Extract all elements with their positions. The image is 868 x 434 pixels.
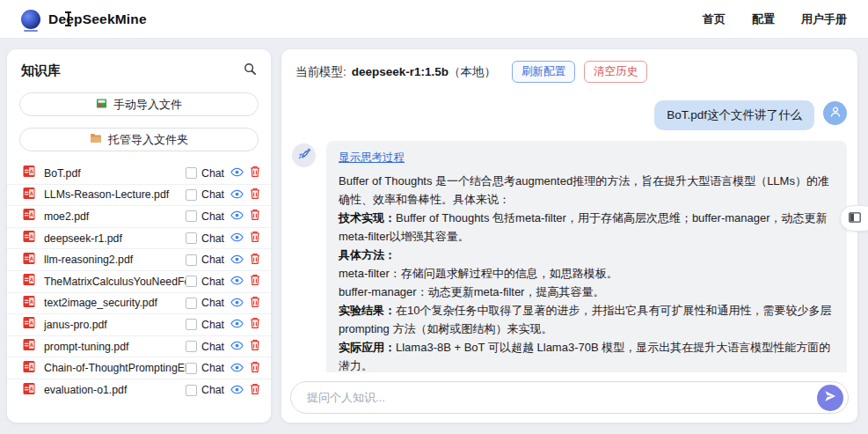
search-icon[interactable] xyxy=(244,63,257,79)
clear-history-button[interactable]: 清空历史 xyxy=(584,61,647,83)
view-file-button[interactable] xyxy=(230,188,244,202)
panel-toggle-icon xyxy=(849,210,861,226)
file-row[interactable]: TheMatrixCalculusYouNeedForDee....pdf Ch… xyxy=(7,271,271,293)
chat-input-bar xyxy=(281,372,857,423)
chat-checkbox-label: Chat xyxy=(201,254,224,266)
assistant-text-line: 实验结果：在10个复杂任务中取得了显著的进步，并指出它具有可扩展性和通用性，需要… xyxy=(339,301,835,338)
chat-checkbox-label: Chat xyxy=(201,362,224,374)
delete-file-button[interactable] xyxy=(250,296,260,311)
file-row[interactable]: text2image_security.pdf Chat xyxy=(7,293,271,315)
chat-checkbox[interactable] xyxy=(186,319,197,330)
chat-checkbox[interactable] xyxy=(186,189,197,201)
side-panel-toggle-button[interactable] xyxy=(840,205,868,232)
pdf-icon xyxy=(23,187,36,203)
chat-checkbox-label: Chat xyxy=(201,232,224,245)
delete-file-button[interactable] xyxy=(250,339,260,354)
model-label: 当前模型: xyxy=(295,64,346,80)
chat-checkbox-label: Chat xyxy=(201,276,224,288)
eye-icon xyxy=(230,232,244,245)
rocket-icon xyxy=(297,147,310,164)
file-name: text2image_security.pdf xyxy=(44,297,186,309)
eye-icon xyxy=(230,188,244,202)
file-row[interactable]: llm-reasoning2.pdf Chat xyxy=(7,249,271,271)
model-row: 当前模型: deepseek-r1:1.5b（本地） 刷新配置 清空历史 xyxy=(281,49,857,88)
file-row[interactable]: prompt-tuning.pdf Chat xyxy=(7,336,271,358)
knowledge-base-panel: 知识库 手动导入文件 托管导入文件夹 BoT.pdf Chat xyxy=(7,49,271,423)
brand-name: DeepSeekMine xyxy=(48,11,147,27)
eye-icon xyxy=(230,275,244,288)
eye-icon xyxy=(230,362,244,375)
pdf-icon xyxy=(23,208,36,224)
chat-checkbox[interactable] xyxy=(186,341,197,352)
delete-file-button[interactable] xyxy=(250,383,260,398)
delete-file-button[interactable] xyxy=(250,231,260,246)
view-file-button[interactable] xyxy=(230,318,244,331)
show-thinking-link[interactable]: 显示思考过程 xyxy=(339,151,405,166)
file-name: TheMatrixCalculusYouNeedForDee....pdf xyxy=(44,276,186,288)
top-nav: 首页 配置 用户手册 xyxy=(703,11,847,27)
chat-checkbox[interactable] xyxy=(186,363,197,374)
view-file-button[interactable] xyxy=(230,340,244,353)
trash-icon xyxy=(250,361,260,376)
chat-checkbox[interactable] xyxy=(186,254,197,266)
chat-checkbox-label: Chat xyxy=(201,384,224,396)
nav-user-manual[interactable]: 用户手册 xyxy=(801,11,847,27)
eye-icon xyxy=(230,166,244,180)
pdf-icon xyxy=(23,252,36,268)
delete-file-button[interactable] xyxy=(250,166,260,180)
file-row[interactable]: LLMs-Reason-Lecture.pdf Chat xyxy=(7,185,271,207)
chat-checkbox[interactable] xyxy=(186,298,197,309)
view-file-button[interactable] xyxy=(230,232,244,245)
view-file-button[interactable] xyxy=(230,254,244,267)
refresh-config-button[interactable]: 刷新配置 xyxy=(512,61,575,83)
nav-config[interactable]: 配置 xyxy=(752,11,775,27)
delete-file-button[interactable] xyxy=(250,209,260,224)
delete-file-button[interactable] xyxy=(250,188,260,202)
view-file-button[interactable] xyxy=(230,384,244,397)
delete-file-button[interactable] xyxy=(250,253,260,268)
assistant-avatar xyxy=(292,143,316,167)
trash-icon xyxy=(250,339,260,354)
person-icon xyxy=(829,106,842,121)
eye-icon xyxy=(230,318,244,331)
trash-icon xyxy=(250,296,260,311)
import-file-button[interactable]: 手动导入文件 xyxy=(19,92,259,116)
trash-icon xyxy=(250,231,260,246)
brand[interactable]: DeepSeekMine xyxy=(21,10,147,29)
chat-checkbox-label: Chat xyxy=(201,210,224,223)
pdf-icon xyxy=(23,360,36,377)
file-row[interactable]: deepseek-r1.pdf Chat xyxy=(7,228,271,250)
chat-checkbox[interactable] xyxy=(186,232,197,244)
chat-checkbox[interactable] xyxy=(186,210,197,222)
chat-checkbox[interactable] xyxy=(186,167,197,179)
file-row[interactable]: BoT.pdf Chat xyxy=(7,163,271,185)
pdf-icon xyxy=(23,295,36,312)
chat-input[interactable] xyxy=(307,391,817,404)
view-file-button[interactable] xyxy=(230,166,244,180)
view-file-button[interactable] xyxy=(230,362,244,375)
user-message: BoT.pdf这个文件讲了什么 xyxy=(292,100,847,130)
send-button[interactable] xyxy=(817,385,843,411)
chat-checkbox-label: Chat xyxy=(201,188,224,201)
assistant-text-line: meta-filter：存储问题求解过程中的信息，如思路模板。 xyxy=(339,264,835,283)
file-row[interactable]: evaluation-o1.pdf Chat xyxy=(7,379,271,401)
eye-icon xyxy=(230,340,244,353)
view-file-button[interactable] xyxy=(230,297,244,310)
import-folder-button[interactable]: 托管导入文件夹 xyxy=(19,128,259,151)
trash-icon xyxy=(250,317,260,332)
file-row[interactable]: janus-pro.pdf Chat xyxy=(7,314,271,336)
chat-messages: BoT.pdf这个文件讲了什么 显示思考过程 Buffer of Thought… xyxy=(281,88,857,416)
chat-checkbox[interactable] xyxy=(186,385,197,396)
file-row[interactable]: moe2.pdf Chat xyxy=(7,206,271,228)
delete-file-button[interactable] xyxy=(250,361,260,376)
view-file-button[interactable] xyxy=(230,275,244,288)
chat-checkbox[interactable] xyxy=(186,276,197,287)
view-file-button[interactable] xyxy=(230,210,244,223)
delete-file-button[interactable] xyxy=(250,317,260,332)
chat-checkbox-label: Chat xyxy=(201,319,224,331)
delete-file-button[interactable] xyxy=(250,274,260,289)
assistant-text-line: 实际应用：Llama3-8B + BoT 可以超越 Llama3-70B 模型，… xyxy=(339,338,835,375)
nav-home[interactable]: 首页 xyxy=(703,11,726,27)
file-row[interactable]: Chain-of-ThoughtPromptingElici....pdf Ch… xyxy=(7,357,271,379)
chat-checkbox-label: Chat xyxy=(201,167,224,180)
